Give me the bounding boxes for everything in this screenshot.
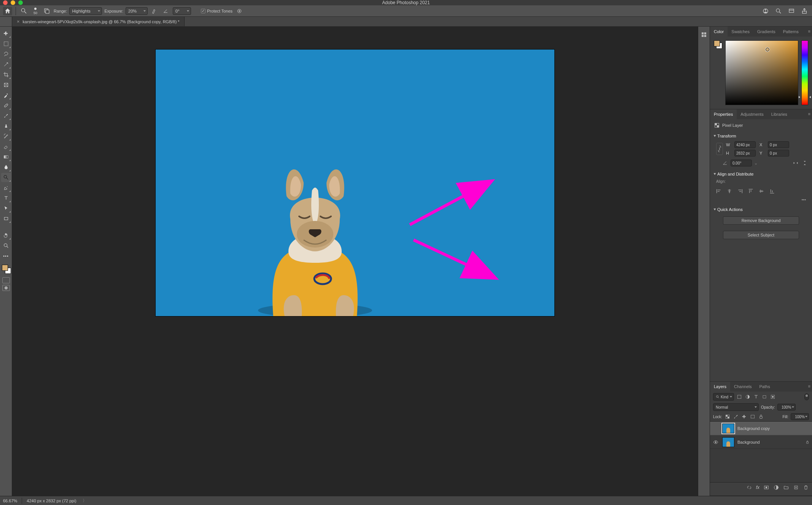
tab-libraries[interactable]: Libraries: [767, 109, 791, 119]
zoom-level[interactable]: 66.67%: [3, 499, 17, 503]
new-group-icon[interactable]: [783, 484, 789, 491]
tab-patterns[interactable]: Patterns: [779, 27, 802, 37]
x-input[interactable]: 0 px: [768, 141, 789, 148]
more-options[interactable]: •••: [714, 197, 808, 202]
tab-adjustments[interactable]: Adjustments: [737, 109, 767, 119]
color-fg-bg-swatches[interactable]: [714, 40, 722, 49]
clone-stamp-tool[interactable]: [1, 121, 11, 131]
quick-mask-mode[interactable]: [2, 285, 10, 291]
exposure-dropdown[interactable]: 20%: [126, 7, 148, 15]
foreground-background-swatches[interactable]: [1, 264, 11, 274]
history-brush-tool[interactable]: [1, 132, 11, 141]
lock-transparent-icon[interactable]: [724, 414, 731, 420]
link-wh-button[interactable]: [716, 143, 723, 155]
flip-horizontal-button[interactable]: [792, 160, 799, 166]
zoom-tool[interactable]: [1, 241, 11, 250]
layer-thumbnail[interactable]: [722, 437, 734, 447]
protect-tones-checkbox[interactable]: Protect Tones: [201, 9, 232, 13]
lock-all-icon[interactable]: [758, 414, 764, 420]
document-canvas[interactable]: [156, 50, 554, 316]
width-input[interactable]: 4240 px: [734, 141, 756, 148]
quick-actions-header[interactable]: Quick Actions: [714, 207, 808, 212]
align-hcenter[interactable]: [726, 188, 733, 194]
tab-color[interactable]: Color: [710, 27, 728, 37]
filter-type-icon[interactable]: [753, 394, 759, 400]
brush-size-control[interactable]: 50: [31, 7, 40, 15]
eyedropper-tool[interactable]: [1, 91, 11, 100]
new-adjustment-layer-icon[interactable]: [773, 484, 779, 491]
add-mask-icon[interactable]: [763, 484, 769, 491]
share-button[interactable]: [800, 7, 809, 15]
color-picker-cursor[interactable]: [766, 48, 769, 51]
doc-info-chevron[interactable]: 〉: [83, 498, 87, 503]
edit-toolbar-button[interactable]: •••: [1, 251, 11, 260]
opacity-input[interactable]: 100%: [777, 404, 796, 411]
doc-info[interactable]: 4240 px x 2832 px (72 ppi): [27, 499, 76, 503]
lock-position-icon[interactable]: [741, 414, 747, 420]
marquee-tool[interactable]: [1, 39, 11, 48]
tab-close-icon[interactable]: ×: [17, 19, 20, 24]
layer-filter-kind[interactable]: Kind: [713, 393, 734, 401]
crop-tool[interactable]: [1, 70, 11, 79]
window-close-button[interactable]: [3, 0, 8, 5]
fx-button[interactable]: fx: [756, 485, 759, 490]
quick-select-tool[interactable]: [1, 60, 11, 69]
filter-pixel-icon[interactable]: [736, 394, 742, 400]
layer-visibility-toggle[interactable]: [712, 439, 719, 445]
document-tab[interactable]: × karsten-winegeart-5PVXkqt2s9k-unsplash…: [12, 17, 185, 26]
fill-input[interactable]: 100%: [791, 413, 809, 420]
rectangle-tool[interactable]: [1, 214, 11, 223]
cloud-docs-button[interactable]: [761, 7, 770, 15]
panel-menu-button[interactable]: ≡: [808, 384, 810, 388]
blur-tool[interactable]: [1, 163, 11, 172]
layer-name[interactable]: Background copy: [737, 426, 810, 431]
gradient-tool[interactable]: [1, 152, 11, 161]
brush-tool[interactable]: [1, 111, 11, 120]
tab-properties[interactable]: Properties: [710, 109, 737, 119]
layer-item[interactable]: Background: [710, 435, 812, 449]
standard-mask-mode[interactable]: [2, 277, 10, 283]
layer-item[interactable]: Background copy: [710, 422, 812, 435]
align-section-header[interactable]: Align and Distribute: [714, 172, 808, 176]
tab-paths[interactable]: Paths: [756, 382, 774, 392]
hue-slider[interactable]: [801, 40, 808, 105]
collapsed-panel-button[interactable]: [700, 30, 708, 39]
layer-thumbnail[interactable]: [722, 423, 734, 433]
delete-layer-icon[interactable]: [803, 484, 809, 491]
align-right[interactable]: [737, 188, 744, 194]
brush-angle-input[interactable]: 0°: [173, 7, 191, 15]
tab-gradients[interactable]: Gradients: [753, 27, 779, 37]
remove-background-button[interactable]: Remove Background: [723, 216, 799, 225]
airbrush-toggle[interactable]: [150, 7, 159, 15]
lasso-tool[interactable]: [1, 50, 11, 59]
filter-shape-icon[interactable]: [761, 394, 767, 400]
search-button[interactable]: [774, 7, 783, 15]
color-field[interactable]: [725, 40, 798, 105]
range-dropdown[interactable]: Highlights: [69, 7, 102, 15]
window-minimize-button[interactable]: [11, 0, 15, 5]
window-zoom-button[interactable]: [18, 0, 23, 5]
tab-layers[interactable]: Layers: [710, 382, 730, 392]
align-bottom[interactable]: [769, 188, 775, 194]
height-input[interactable]: 2832 px: [734, 150, 756, 157]
blend-mode-dropdown[interactable]: Normal: [713, 403, 759, 411]
align-left[interactable]: [715, 188, 722, 194]
tab-swatches[interactable]: Swatches: [728, 27, 753, 37]
flip-vertical-button[interactable]: [801, 160, 808, 166]
layer-filter-toggle[interactable]: [804, 393, 809, 400]
spot-heal-tool[interactable]: [1, 101, 11, 110]
current-tool-preset[interactable]: [19, 7, 29, 15]
rotation-input[interactable]: 0.00°: [731, 160, 752, 166]
transform-section-header[interactable]: Transform: [714, 134, 808, 138]
tab-channels[interactable]: Channels: [730, 382, 755, 392]
canvas-area[interactable]: [12, 27, 698, 496]
frame-tool[interactable]: [1, 80, 11, 89]
align-top[interactable]: [747, 188, 754, 194]
select-subject-button[interactable]: Select Subject: [723, 231, 799, 239]
align-vcenter[interactable]: [758, 188, 765, 194]
lock-artboard-icon[interactable]: [750, 414, 756, 420]
filter-smart-icon[interactable]: [770, 394, 776, 400]
pen-tool[interactable]: [1, 183, 11, 192]
eraser-tool[interactable]: [1, 142, 11, 151]
panel-menu-button[interactable]: ≡: [808, 29, 810, 34]
